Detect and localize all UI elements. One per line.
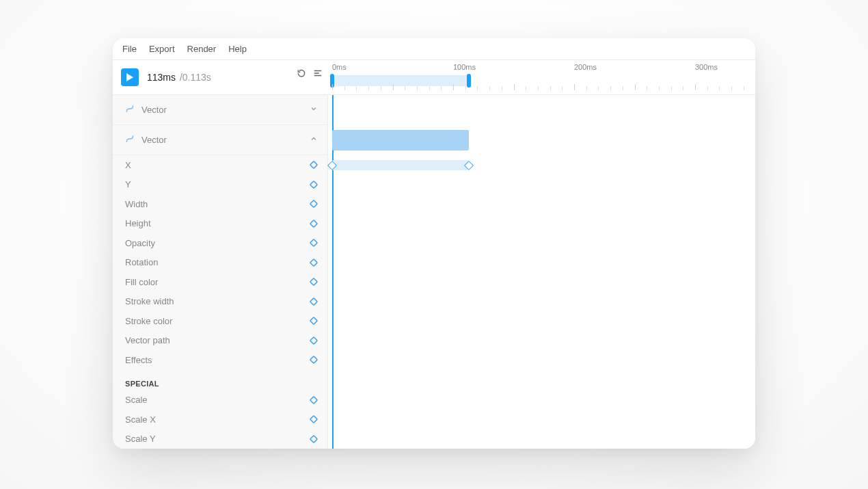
chevron-up-icon[interactable] [310, 135, 318, 145]
keyframe-toggle-icon[interactable] [310, 181, 318, 189]
ruler-label: 300ms [695, 63, 718, 71]
property-row[interactable]: Scale X [113, 410, 327, 429]
track-sidebar: VectorVectorXYWidthHeightOpacityRotation… [113, 95, 328, 449]
property-label: Stroke width [125, 296, 174, 306]
keyframe-toggle-icon[interactable] [310, 356, 318, 364]
svg-rect-10 [310, 356, 317, 363]
time-seconds: /0.113s [180, 72, 211, 83]
property-label: Stroke color [125, 316, 172, 326]
layer-row[interactable]: Vector [113, 125, 327, 155]
property-label: X [125, 160, 131, 170]
keyframe-toggle-icon[interactable] [310, 336, 318, 345]
svg-rect-6 [310, 278, 317, 285]
svg-rect-2 [310, 200, 317, 207]
property-track[interactable] [332, 160, 469, 170]
keyframe-toggle-icon[interactable] [310, 278, 318, 286]
ruler-ticks [328, 83, 755, 90]
keyframe-toggle-icon[interactable] [310, 415, 318, 423]
property-row[interactable]: Scale Y [113, 429, 327, 449]
ruler-label: 200ms [574, 63, 597, 71]
svg-rect-13 [310, 436, 317, 442]
property-label: Rotation [125, 257, 158, 267]
time-ms: 113ms [147, 72, 176, 83]
property-label: Opacity [125, 238, 155, 248]
svg-rect-9 [310, 337, 317, 344]
special-heading: SPECIAL [113, 370, 327, 391]
keyframe-toggle-icon[interactable] [310, 298, 318, 306]
vector-icon [125, 134, 135, 146]
timeline-ruler[interactable]: 0ms100ms200ms300ms [328, 64, 755, 90]
property-label: Scale Y [125, 434, 156, 444]
property-label: Scale [125, 395, 148, 405]
repeat-icon[interactable] [297, 68, 306, 78]
property-row[interactable]: Rotation [113, 253, 327, 273]
property-row[interactable]: X [113, 155, 327, 175]
play-icon [126, 73, 133, 81]
menu-render[interactable]: Render [187, 44, 217, 54]
property-label: Y [125, 179, 131, 189]
property-row[interactable]: Stroke width [113, 292, 327, 312]
keyframe-toggle-icon[interactable] [310, 200, 318, 208]
property-row[interactable]: Scale [113, 391, 327, 410]
property-label: Effects [125, 355, 152, 365]
svg-rect-4 [310, 239, 317, 246]
keyframe-toggle-icon[interactable] [310, 220, 318, 228]
easing-icon[interactable] [313, 68, 323, 78]
property-row[interactable]: Opacity [113, 233, 327, 253]
svg-rect-1 [310, 181, 317, 188]
svg-rect-0 [310, 161, 317, 168]
svg-rect-8 [310, 317, 317, 324]
timeline-content[interactable] [328, 95, 755, 449]
property-row[interactable]: Height [113, 214, 327, 234]
menubar: File Export Render Help [113, 38, 755, 60]
timeline-editor-window: File Export Render Help 113ms /0.113s [113, 38, 755, 449]
keyframe-toggle-icon[interactable] [310, 161, 318, 169]
keyframe-toggle-icon[interactable] [310, 396, 318, 404]
property-row[interactable]: Vector path [113, 331, 327, 351]
clip[interactable] [332, 130, 469, 150]
property-row[interactable]: Fill color [113, 272, 327, 292]
layer-name: Vector [141, 105, 167, 115]
property-label: Width [125, 199, 148, 209]
property-label: Height [125, 218, 151, 228]
menu-file[interactable]: File [122, 44, 137, 54]
ruler-label: 0ms [332, 63, 347, 71]
toolbar: 113ms /0.113s 0ms100ms200ms300ms [113, 60, 755, 94]
keyframe-toggle-icon[interactable] [310, 259, 318, 267]
time-readout: 113ms /0.113s [147, 72, 211, 83]
vector-icon [125, 104, 135, 116]
svg-rect-7 [310, 298, 317, 305]
property-label: Fill color [125, 277, 158, 287]
svg-rect-5 [310, 259, 317, 266]
property-row[interactable]: Stroke color [113, 311, 327, 331]
keyframe-toggle-icon[interactable] [310, 435, 318, 443]
property-row[interactable]: Effects [113, 350, 327, 370]
svg-rect-11 [310, 397, 317, 404]
layer-name: Vector [141, 135, 167, 145]
property-label: Scale X [125, 414, 156, 425]
property-label: Vector path [125, 335, 170, 345]
play-button[interactable] [121, 68, 139, 86]
keyframe-toggle-icon[interactable] [310, 317, 318, 325]
menu-export[interactable]: Export [149, 44, 175, 54]
keyframe-toggle-icon[interactable] [310, 239, 318, 247]
chevron-down-icon[interactable] [310, 105, 318, 115]
svg-rect-3 [310, 220, 317, 227]
ruler-label: 100ms [453, 63, 476, 71]
layer-row[interactable]: Vector [113, 95, 327, 125]
menu-help[interactable]: Help [228, 44, 247, 54]
property-row[interactable]: Width [113, 194, 327, 214]
svg-rect-12 [310, 416, 317, 423]
property-row[interactable]: Y [113, 175, 327, 195]
